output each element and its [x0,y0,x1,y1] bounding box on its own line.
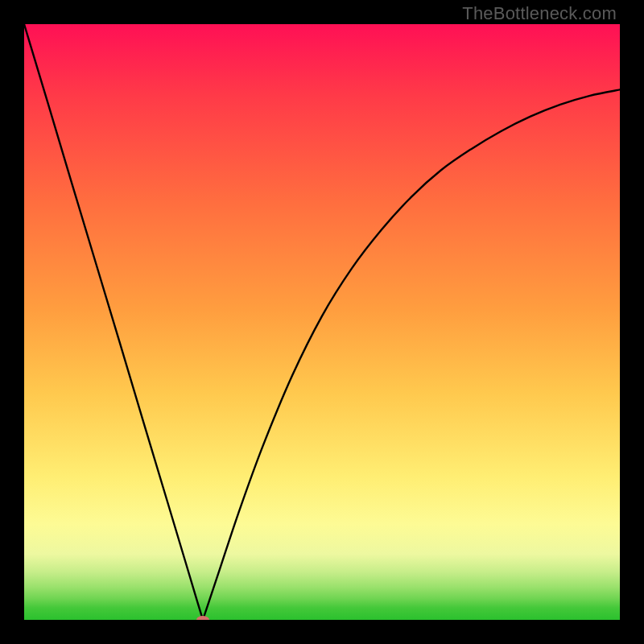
bottleneck-chart [24,24,620,620]
chart-frame: TheBottleneck.com [0,0,644,644]
plot-area [24,24,620,620]
watermark-text: TheBottleneck.com [462,3,617,24]
